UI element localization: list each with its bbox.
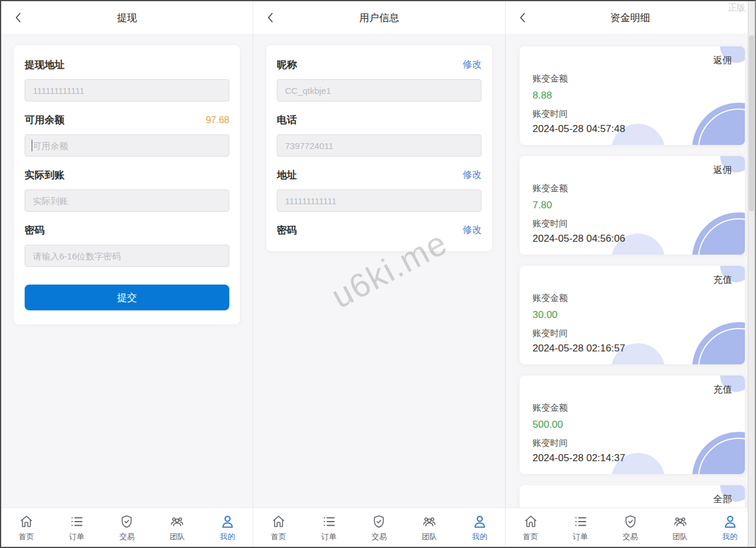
nav-item-profile[interactable]: 我的 — [461, 513, 499, 542]
available-balance-value: 97.68 — [206, 115, 229, 126]
nav-item-profile[interactable]: 我的 — [711, 513, 749, 542]
actual-amount-input[interactable] — [25, 190, 229, 212]
chevron-left-icon — [15, 12, 21, 23]
panel-user-info: 用户信息 昵称修改电话地址修改密码修改 首页订单交易团队我的 — [253, 1, 506, 547]
user-info-card: 昵称修改电话地址修改密码修改 — [266, 45, 492, 251]
bottom-nav-user-info: 首页订单交易团队我的 — [253, 508, 505, 547]
scrollbar[interactable] — [748, 1, 755, 547]
modify-link[interactable]: 修改 — [463, 169, 482, 181]
tx-amount-label: 账变金额 — [533, 73, 732, 84]
nav-item-team[interactable]: 团队 — [158, 513, 196, 542]
submit-button[interactable]: 提交 — [25, 285, 229, 310]
nav-item-orders[interactable]: 订单 — [58, 513, 96, 542]
panel-withdraw: 提现 提现地址可用余额97.68实际到账密码 提交 首页订单交易团队我的 — [1, 1, 253, 547]
scrollbar-thumb[interactable] — [749, 35, 754, 211]
password-input[interactable] — [25, 245, 229, 267]
tx-type-badge: 返佣 — [533, 55, 732, 66]
tx-time-value: 2024-05-28 02:16:57 — [533, 343, 732, 354]
shield-check-icon — [623, 513, 638, 530]
user-info-header: 用户信息 — [253, 1, 505, 35]
withdraw-header: 提现 — [1, 1, 253, 35]
nav-item-orders[interactable]: 订单 — [562, 513, 599, 542]
home-icon — [523, 513, 538, 530]
bottom-nav-funds: 首页订单交易团队我的 — [506, 508, 755, 547]
form-field: 地址修改 — [277, 168, 482, 212]
tx-time-value: 2024-05-28 02:14:37 — [533, 452, 732, 464]
back-button[interactable] — [265, 10, 276, 25]
nav-item-label: 订单 — [321, 532, 337, 542]
tx-time-value: 2024-05-28 04:57:48 — [533, 123, 732, 135]
modify-link[interactable]: 修改 — [463, 59, 482, 71]
nav-item-home[interactable]: 首页 — [8, 513, 45, 542]
tx-time-label: 账变时间 — [533, 438, 732, 449]
nav-item-home[interactable]: 首页 — [260, 513, 297, 542]
field-label: 实际到账 — [25, 168, 65, 182]
tx-type-badge: 充值 — [533, 274, 732, 286]
tx-amount-value: 500.00 — [533, 419, 732, 431]
nav-item-team[interactable]: 团队 — [411, 513, 448, 542]
field-label: 可用余额 — [25, 113, 65, 127]
tx-time-label: 账变时间 — [533, 109, 732, 120]
nav-item-team[interactable]: 团队 — [662, 513, 699, 542]
funds-header: 资金明细 — [506, 1, 755, 35]
profile-icon — [722, 513, 738, 530]
nav-item-label: 订单 — [69, 532, 84, 542]
tx-amount-label: 账变金额 — [533, 183, 732, 194]
address-input[interactable] — [277, 190, 482, 212]
nav-item-label: 订单 — [573, 532, 588, 542]
transaction-card: 返佣账变金额8.88账变时间2024-05-28 04:57:48 — [520, 46, 745, 145]
team-icon — [169, 513, 185, 530]
bottom-nav-withdraw: 首页订单交易团队我的 — [1, 508, 253, 547]
orders-icon — [69, 513, 84, 530]
tx-time-value: 2024-05-28 04:56:06 — [533, 233, 732, 245]
team-icon — [673, 513, 688, 530]
modify-link[interactable]: 修改 — [463, 224, 482, 236]
tx-time-label: 账变时间 — [533, 218, 732, 229]
nav-item-label: 团队 — [673, 532, 688, 542]
profile-icon — [472, 513, 488, 530]
transaction-card: 全部 — [520, 485, 745, 508]
tx-type-badge: 返佣 — [533, 164, 732, 176]
nav-item-label: 团队 — [169, 532, 185, 542]
shield-check-icon — [119, 513, 134, 530]
field-label: 提现地址 — [25, 58, 65, 72]
field-label: 密码 — [277, 224, 297, 237]
page-title-user-info: 用户信息 — [360, 11, 399, 25]
nav-item-home[interactable]: 首页 — [512, 513, 550, 542]
nav-item-profile[interactable]: 我的 — [209, 513, 246, 542]
nav-item-trade[interactable]: 交易 — [360, 513, 398, 542]
form-field: 密码 — [25, 224, 229, 267]
back-button[interactable] — [517, 10, 528, 25]
nav-item-label: 首页 — [19, 532, 34, 542]
transaction-card: 返佣账变金额7.80账变时间2024-05-28 04:56:06 — [520, 156, 745, 255]
nav-item-label: 首页 — [271, 532, 286, 542]
app-window: 提现 提现地址可用余额97.68实际到账密码 提交 首页订单交易团队我的 用户信… — [0, 0, 756, 548]
withdraw-body: 提现地址可用余额97.68实际到账密码 提交 — [1, 35, 253, 508]
nav-item-label: 我的 — [472, 532, 487, 542]
nickname-input[interactable] — [277, 79, 482, 102]
field-label: 地址 — [277, 168, 297, 182]
form-field: 实际到账 — [25, 168, 229, 212]
field-label: 电话 — [277, 113, 297, 127]
nav-item-label: 我的 — [220, 532, 235, 542]
tx-amount-label: 账变金额 — [533, 293, 732, 304]
nav-item-orders[interactable]: 订单 — [310, 513, 348, 542]
phone-input[interactable] — [277, 134, 482, 157]
field-label: 昵称 — [277, 58, 297, 72]
nav-item-trade[interactable]: 交易 — [612, 513, 649, 542]
tx-amount-label: 账变金额 — [533, 402, 732, 414]
field-label: 密码 — [25, 224, 45, 237]
form-field: 电话 — [277, 113, 482, 157]
withdraw-address-input[interactable] — [25, 79, 229, 102]
form-field: 昵称修改 — [277, 58, 482, 102]
back-button[interactable] — [12, 10, 23, 25]
nav-item-label: 交易 — [623, 532, 638, 542]
home-icon — [19, 513, 34, 530]
nav-item-trade[interactable]: 交易 — [108, 513, 145, 542]
available-balance-input[interactable] — [25, 134, 229, 157]
tx-amount-value: 30.00 — [533, 309, 732, 321]
home-icon — [271, 513, 286, 530]
form-field: 可用余额97.68 — [25, 113, 229, 157]
withdraw-form-card: 提现地址可用余额97.68实际到账密码 提交 — [14, 45, 240, 324]
tx-time-label: 账变时间 — [533, 328, 732, 339]
